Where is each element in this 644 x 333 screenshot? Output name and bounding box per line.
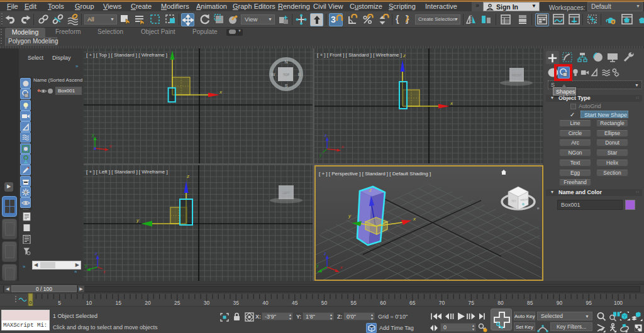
svg-text:5: 5: [58, 300, 61, 306]
svg-text:[ + ] [ Front ] [ Standard ] [: [ + ] [ Front ] [ Standard ] [ Wireframe…: [317, 52, 402, 58]
svg-text:15: 15: [115, 300, 121, 306]
svg-text:x: x: [103, 270, 106, 274]
svg-text:x: x: [340, 265, 343, 270]
svg-text:[ + ] [ Top ] [ Standard ] [ W: [ + ] [ Top ] [ Standard ] [ Wireframe ]: [86, 52, 167, 58]
svg-text:z: z: [369, 187, 372, 193]
svg-text:80: 80: [497, 300, 504, 306]
svg-text:90: 90: [557, 300, 563, 306]
svg-text:z: z: [402, 53, 406, 58]
svg-text:70: 70: [439, 300, 445, 306]
svg-text:30: 30: [204, 300, 210, 306]
svg-text:[ + ] [ Left ] [ Standard ] [: [ + ] [ Left ] [ Standard ] [ Wireframe …: [86, 169, 168, 175]
svg-text:FRONT: FRONT: [512, 74, 522, 77]
svg-text:60: 60: [380, 300, 386, 306]
svg-text:y: y: [84, 263, 87, 268]
svg-text:LEFT: LEFT: [282, 192, 289, 195]
svg-text:z: z: [323, 251, 326, 256]
svg-text:z: z: [94, 251, 97, 256]
svg-text:W: W: [271, 72, 275, 77]
svg-text:55: 55: [351, 300, 357, 306]
svg-text:y: y: [319, 153, 322, 158]
svg-text:100: 100: [614, 300, 623, 306]
svg-text:x: x: [109, 144, 112, 148]
svg-text:0: 0: [29, 300, 32, 305]
svg-text:y: y: [316, 263, 319, 268]
svg-text:y: y: [91, 133, 94, 138]
svg-text:x: x: [341, 145, 344, 149]
svg-text:SET: SET: [511, 199, 517, 203]
svg-text:75: 75: [469, 300, 475, 306]
svg-text:[ + ] [ Perspective ] [ Standa: [ + ] [ Perspective ] [ Standard ] [ Def…: [319, 171, 431, 177]
svg-text:E: E: [298, 72, 301, 77]
svg-text:65: 65: [409, 300, 416, 306]
svg-text:10: 10: [86, 300, 92, 306]
svg-text:20: 20: [145, 300, 151, 306]
svg-text:N: N: [284, 60, 287, 64]
svg-text:35: 35: [233, 300, 240, 306]
svg-text:25: 25: [174, 300, 180, 306]
svg-text:50: 50: [321, 300, 328, 306]
svg-text:S: S: [285, 84, 288, 88]
svg-text:40: 40: [262, 300, 269, 306]
svg-text:45: 45: [292, 300, 298, 306]
svg-text:TOP: TOP: [283, 73, 290, 77]
svg-text:85: 85: [527, 300, 533, 306]
svg-text:95: 95: [586, 300, 592, 306]
svg-text:z: z: [186, 173, 189, 179]
svg-text:z: z: [324, 133, 327, 138]
